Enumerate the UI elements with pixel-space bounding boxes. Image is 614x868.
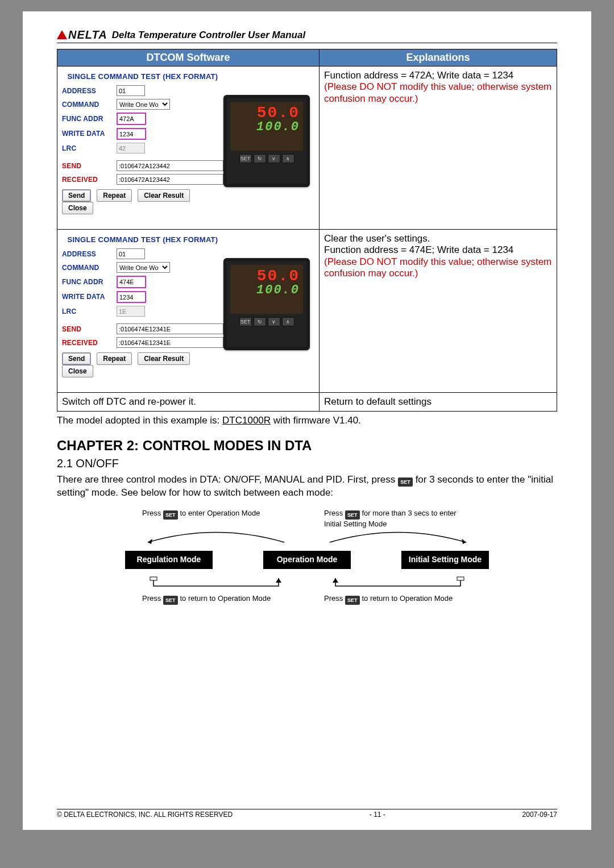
device-up-btn-1: ∧ <box>282 154 294 163</box>
label-funcaddr-2: FUNC ADDR <box>62 278 117 286</box>
dtcom-table: DTCOM Software Explanations SINGLE COMMA… <box>57 49 557 412</box>
received-string-1 <box>117 174 223 185</box>
address-input-2[interactable] <box>117 248 145 259</box>
section-body: There are three control modes in DTA: ON… <box>57 474 557 500</box>
close-button-2[interactable]: Close <box>62 365 93 377</box>
manual-title: Delta Temperature Controller User Manual <box>112 30 305 41</box>
writedata-input-1[interactable] <box>118 129 145 139</box>
page-header: NELTA Delta Temperature Controller User … <box>57 28 557 43</box>
label-address: ADDRESS <box>62 87 117 95</box>
arrow-top-right-icon <box>324 528 472 545</box>
lrc-input-2 <box>117 306 145 317</box>
label-received: RECEIVED <box>62 176 117 184</box>
diag-cap-bot-right: Press SET to return to Operation Mode <box>324 594 472 605</box>
send-button-1[interactable]: Send <box>62 189 91 202</box>
arrow-top-left-icon <box>142 528 290 545</box>
clear-button-2[interactable]: Clear Result <box>138 352 190 365</box>
device-pv-2: 50.0 <box>230 268 303 284</box>
device-sv-1: 100.0 <box>230 121 303 134</box>
label-send-2: SEND <box>62 325 117 333</box>
svg-rect-1 <box>457 577 464 580</box>
set-key-icon-d4: SET <box>345 596 360 605</box>
mode-regulation: Regulation Mode <box>125 551 213 568</box>
explanation-cell-2: Clear the user's settings. Function addr… <box>320 230 557 393</box>
arrow-bot-left-icon <box>142 575 290 594</box>
label-lrc-2: LRC <box>62 308 117 315</box>
expl2-warning: (Please DO NOT modify this value; otherw… <box>324 256 552 280</box>
device-illustration-2: 50.0 100.0 SET ↻ ∨ ∧ <box>223 258 310 350</box>
section-heading: 2.1 ON/OFF <box>57 457 557 470</box>
clear-button-1[interactable]: Clear Result <box>138 189 190 202</box>
page-footer: © DELTA ELECTRONICS, INC. ALL RIGHTS RES… <box>57 809 557 819</box>
footer-page: - 11 - <box>370 811 385 819</box>
after-note: The model adopted in this example is: DT… <box>57 415 557 426</box>
panel-title-2: SINGLE COMMAND TEST (HEX FORMAT) <box>62 235 223 244</box>
label-writedata-2: WRITE DATA <box>62 293 117 301</box>
label-address-2: ADDRESS <box>62 250 117 258</box>
diag-cap-top-right: Press SET for more than 3 secs to enter … <box>324 509 472 528</box>
label-send: SEND <box>62 162 117 170</box>
label-lrc: LRC <box>62 144 117 152</box>
brand-logo: NELTA <box>57 28 107 41</box>
brand-triangle-icon <box>57 30 67 39</box>
label-command-2: COMMAND <box>62 264 117 272</box>
arrow-bot-right-icon <box>324 575 472 594</box>
device-up-btn-2: ∧ <box>282 317 294 326</box>
funcaddr-input-2[interactable] <box>118 277 145 287</box>
received-string-2 <box>117 337 223 348</box>
panel-title-1: SINGLE COMMAND TEST (HEX FORMAT) <box>62 72 223 81</box>
footer-left: © DELTA ELECTRONICS, INC. ALL RIGHTS RES… <box>57 811 233 819</box>
label-received-2: RECEIVED <box>62 339 117 347</box>
col-header-explanations: Explanations <box>320 49 557 67</box>
svg-rect-0 <box>150 577 157 580</box>
send-string-2 <box>117 323 223 334</box>
row3-left: Switch off DTC and re-power it. <box>57 393 320 412</box>
command-select-2[interactable]: Write One Wo <box>117 262 170 273</box>
device-set-btn-2: SET <box>239 317 252 326</box>
body-pre: There are three control modes in DTA: ON… <box>57 474 398 485</box>
label-command: COMMAND <box>62 101 117 109</box>
close-button-1[interactable]: Close <box>62 202 93 214</box>
command-select-1[interactable]: Write One Wo <box>117 99 170 110</box>
mode-initial: Initial Setting Mode <box>401 551 489 568</box>
writedata-input-2[interactable] <box>118 292 145 302</box>
row3-right: Return to default settings <box>320 393 557 412</box>
expl2-line0: Clear the user's settings. <box>324 233 552 244</box>
device-sv-2: 100.0 <box>230 284 303 297</box>
device-down-btn-2: ∨ <box>268 317 280 326</box>
footer-date: 2007-09-17 <box>522 811 557 819</box>
after-note-pre: The model adopted in this example is: <box>57 415 222 426</box>
label-writedata: WRITE DATA <box>62 130 117 138</box>
brand-text: NELTA <box>68 28 107 41</box>
device-set-btn-1: SET <box>239 154 252 163</box>
device-illustration-1: 50.0 100.0 SET ↻ ∨ ∧ <box>223 95 310 187</box>
device-shift-btn-1: ↻ <box>254 154 266 163</box>
funcaddr-input-1[interactable] <box>118 114 145 124</box>
lrc-input-1 <box>117 143 145 153</box>
set-key-icon-d2: SET <box>345 510 360 520</box>
mode-operation: Operation Mode <box>263 551 351 568</box>
panel-cell-1: SINGLE COMMAND TEST (HEX FORMAT) ADDRESS… <box>57 67 320 230</box>
after-note-post: with firmware V1.40. <box>271 415 361 426</box>
mode-diagram: Press SET to enter Operation Mode Press … <box>125 509 489 604</box>
col-header-software: DTCOM Software <box>57 49 320 67</box>
address-input-1[interactable] <box>117 85 145 96</box>
repeat-button-1[interactable]: Repeat <box>97 189 132 202</box>
expl1-warning: (Please DO NOT modify this value; otherw… <box>324 81 552 105</box>
diag-cap-top-left: Press SET to enter Operation Mode <box>142 509 290 528</box>
device-down-btn-1: ∨ <box>268 154 280 163</box>
set-key-icon: SET <box>398 477 413 487</box>
chapter-heading: CHAPTER 2: CONTROL MODES IN DTA <box>57 438 557 454</box>
page: NELTA Delta Temperature Controller User … <box>23 11 591 830</box>
after-note-model: DTC1000R <box>222 415 271 426</box>
label-funcaddr: FUNC ADDR <box>62 115 117 123</box>
repeat-button-2[interactable]: Repeat <box>97 352 132 365</box>
set-key-icon-d3: SET <box>163 596 178 605</box>
explanation-cell-1: Function address = 472A; Write data = 12… <box>320 67 557 230</box>
device-pv-1: 50.0 <box>230 105 303 121</box>
expl1-line1: Function address = 472A; Write data = 12… <box>324 70 552 81</box>
send-string-1 <box>117 160 223 171</box>
expl2-line1: Function address = 474E; Write data = 12… <box>324 244 552 256</box>
send-button-2[interactable]: Send <box>62 352 91 365</box>
panel-cell-2: SINGLE COMMAND TEST (HEX FORMAT) ADDRESS… <box>57 230 320 393</box>
